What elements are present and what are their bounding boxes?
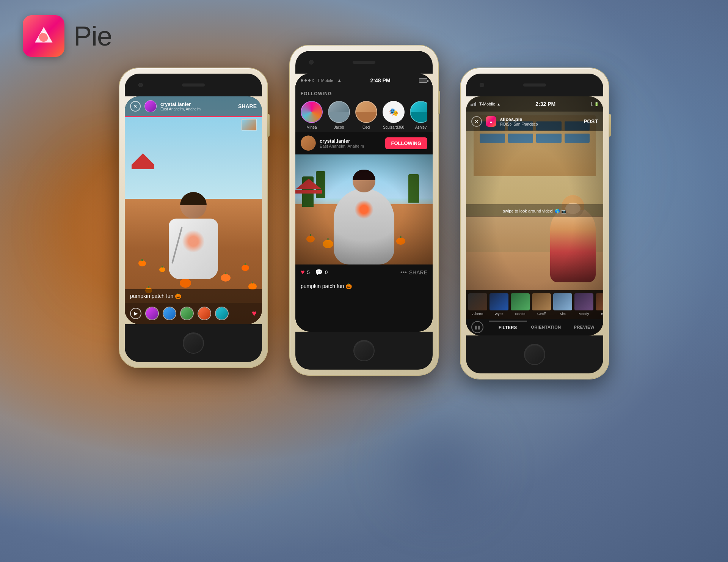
phone3-speaker	[523, 83, 546, 87]
tab-filters[interactable]: FILTERS	[489, 321, 527, 334]
phone2-frame: T-Mobile ▲ 2:48 PM FOLLOWING	[290, 46, 438, 375]
phone2-speaker	[353, 61, 375, 64]
avatar-ceci	[355, 101, 377, 123]
following-name-ceci: Ceci	[362, 125, 370, 129]
phone2-home-btn[interactable]	[353, 340, 375, 361]
phone2-time: 2:48 PM	[345, 77, 416, 83]
phone1-topbar: ✕ crystal.lanier East Anaheim, Anaheim S…	[125, 96, 262, 116]
phone1-user-info: crystal.lanier East Anaheim, Anaheim	[160, 101, 234, 111]
phone3-user-info: slices.pie FiDiSo, San Francisco	[500, 116, 580, 126]
phone1-frame: ✕ crystal.lanier East Anaheim, Anaheim S…	[119, 68, 267, 367]
phone3-status-bar: T-Mobile ▲ 2:32 PM 1 🔋	[466, 96, 603, 112]
filter-name-geoff: Geoff	[537, 312, 546, 316]
phone3-top-bezel	[466, 74, 603, 96]
following-name-minea: Minea	[306, 125, 317, 129]
filter-alberto[interactable]: Alberto	[468, 293, 487, 316]
bw8	[565, 134, 590, 143]
avatar-jacob	[328, 101, 350, 123]
phone1-person	[155, 192, 231, 306]
following-item-squizard[interactable]: 🎭 Squizard360	[383, 101, 405, 129]
filter-kim[interactable]: Kim	[553, 293, 572, 316]
following-item-minea[interactable]: Minea	[301, 101, 323, 129]
filter-name-wyatt: Wyatt	[495, 312, 504, 316]
phone3-screen-outer: T-Mobile ▲ 2:32 PM 1 🔋 ✕ ▲	[466, 96, 603, 335]
phone1-share-btn[interactable]: SHARE	[238, 103, 257, 109]
story-thumb-3[interactable]	[180, 307, 194, 320]
phone2-status-bar: T-Mobile ▲ 2:48 PM	[295, 74, 433, 87]
phone3: T-Mobile ▲ 2:32 PM 1 🔋 ✕ ▲	[461, 68, 609, 379]
phone2-user-row: crystal.lanier East Anaheim, Anaheim FOL…	[295, 132, 433, 154]
phone2-screen-outer: T-Mobile ▲ 2:48 PM FOLLOWING	[295, 74, 433, 332]
phone3-location: FiDiSo, San Francisco	[500, 122, 580, 126]
phone2-following-label: FOLLOWING	[301, 91, 427, 96]
tab-preview[interactable]: PREVIEW	[565, 321, 603, 333]
phone3-bottom-bezel	[466, 335, 603, 373]
sb2	[472, 104, 473, 106]
phone2-username: crystal.lanier	[320, 138, 381, 144]
filter-name-alberto: Alberto	[472, 312, 483, 316]
phone2-heart-icon: ♥	[301, 268, 305, 276]
phone2-scene	[295, 154, 433, 264]
phone3-bottom: Alberto Wyatt Nando	[466, 290, 603, 335]
phone3-status-right: 1 🔋	[590, 102, 599, 106]
phone2-post-actions: ♥ 5 💬 0 ••• SHARE	[295, 264, 433, 280]
phone3-home-btn[interactable]	[524, 344, 545, 365]
phone3-app-mini-icon: ▲	[486, 116, 496, 127]
phone3-signal	[471, 102, 476, 106]
filter-nando[interactable]: Nando	[511, 293, 530, 316]
phone1-stories-row: ▶	[125, 303, 262, 324]
phone2-like-count: 5	[307, 269, 310, 275]
phone2-following-btn[interactable]: FOLLOWING	[385, 137, 427, 149]
phone1-location: East Anaheim, Anaheim	[160, 107, 234, 111]
bw6	[508, 134, 533, 143]
filter-geoff[interactable]: Geoff	[532, 293, 551, 316]
sb1	[471, 104, 472, 106]
phone2-bottom-bezel	[295, 332, 433, 370]
filter-name-retro: Retro	[601, 312, 603, 316]
phone1-close-btn[interactable]: ✕	[130, 101, 141, 112]
following-item-jacob[interactable]: Jacob	[328, 101, 350, 129]
phone3-filter-thumbs: Alberto Wyatt Nando	[466, 290, 603, 319]
bw5	[480, 134, 505, 143]
phone3-username: slices.pie	[500, 116, 580, 122]
story-thumb-4[interactable]	[198, 307, 211, 320]
phone1-play-btn[interactable]: ▶	[130, 308, 141, 319]
phone2-share-group[interactable]: ••• SHARE	[400, 269, 427, 276]
tab-orientation[interactable]: ORIENTATION	[527, 321, 565, 333]
story-thumb-1[interactable]	[145, 307, 159, 320]
filter-wyatt[interactable]: Wyatt	[490, 293, 508, 316]
phone2: T-Mobile ▲ 2:48 PM FOLLOWING	[290, 46, 438, 375]
phone3-pause-btn[interactable]: ❚❚	[471, 321, 483, 333]
filter-moody[interactable]: Moody	[574, 293, 593, 316]
phone2-carrier: T-Mobile	[317, 78, 333, 83]
phone1-top-bezel	[125, 74, 262, 96]
phone1: ✕ crystal.lanier East Anaheim, Anaheim S…	[119, 68, 267, 367]
phone3-person	[550, 206, 596, 282]
filter-retro[interactable]: Retro	[596, 293, 603, 316]
phone1-red-line	[125, 116, 262, 117]
phone2-like-group[interactable]: ♥ 5	[301, 268, 310, 276]
phone2-battery	[419, 78, 427, 83]
app-icon[interactable]	[23, 15, 64, 57]
phone1-speaker	[182, 83, 205, 87]
phone2-caption: pumpkin patch fun 🎃	[295, 280, 433, 294]
following-item-ceci[interactable]: Ceci	[355, 101, 377, 129]
phone1-camera	[138, 83, 143, 87]
phone2-comment-group[interactable]: 💬 0	[315, 269, 328, 276]
phone1-thumb-corner[interactable]	[242, 119, 257, 131]
phone1-home-btn[interactable]	[183, 332, 204, 354]
story-thumb-5[interactable]	[215, 307, 229, 320]
phone3-wifi: ▲	[497, 102, 500, 106]
phone1-bottom-bezel	[125, 324, 262, 362]
phone3-status-left: T-Mobile ▲	[471, 102, 500, 106]
phone1-username: crystal.lanier	[160, 101, 234, 107]
story-thumb-2[interactable]	[163, 307, 176, 320]
phone2-user-info: crystal.lanier East Anaheim, Anaheim	[320, 138, 381, 148]
phone3-post-btn[interactable]: POST	[584, 118, 598, 124]
following-item-ashley[interactable]: Ashley	[410, 101, 427, 129]
phone2-share-label: SHARE	[409, 269, 427, 275]
phone3-close-btn[interactable]: ✕	[471, 116, 482, 127]
phone1-heart-icon[interactable]: ♥	[252, 309, 257, 318]
filter-name-kim: Kim	[560, 312, 566, 316]
phone1-tent	[132, 153, 154, 168]
